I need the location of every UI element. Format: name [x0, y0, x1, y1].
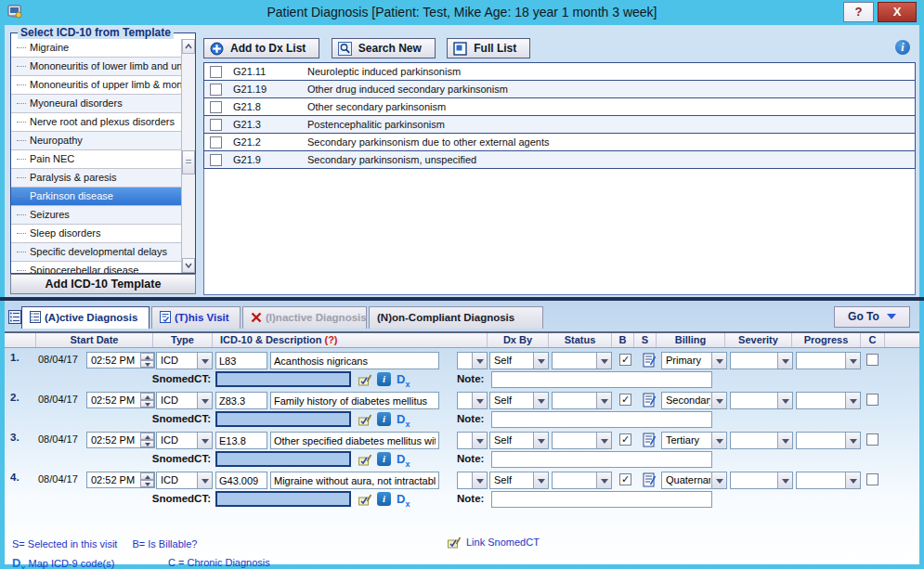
status-dropdown[interactable] — [552, 352, 612, 369]
type-dropdown[interactable]: ICD — [156, 352, 213, 369]
help-button[interactable]: ? — [843, 2, 874, 22]
spin-up-icon[interactable] — [140, 353, 154, 360]
time-field[interactable]: 02:52 PM — [86, 432, 155, 448]
note-input[interactable] — [491, 451, 712, 468]
snomed-input[interactable] — [215, 411, 351, 427]
progress-dropdown[interactable] — [796, 472, 861, 489]
result-checkbox[interactable] — [210, 119, 222, 131]
note-input[interactable] — [491, 411, 712, 428]
selected-visit-icon[interactable] — [643, 353, 657, 371]
icd-result-row[interactable]: G21.9Secondary parkinsonism, unspecified — [203, 150, 916, 169]
spin-down-icon[interactable] — [140, 480, 154, 487]
dropdown-arrow-icon[interactable] — [777, 393, 792, 408]
time-field[interactable]: 02:52 PM — [86, 472, 155, 488]
dx-map-icon[interactable]: Dx — [397, 492, 410, 509]
scroll-down-icon[interactable] — [182, 258, 195, 273]
tab-inactive-diagnosis[interactable]: (I)nactive Diagnosis — [242, 306, 367, 329]
dx-map-icon[interactable]: Dx — [397, 452, 410, 469]
dropdown-arrow-icon[interactable] — [596, 433, 611, 448]
billing-dropdown[interactable]: Tertiary — [661, 432, 727, 449]
progress-dropdown[interactable] — [796, 392, 861, 409]
icd-result-row[interactable]: G21.19Other drug induced secondary parki… — [203, 80, 916, 98]
billable-checkbox[interactable]: ✓ — [619, 394, 631, 406]
tab-this-visit[interactable]: (T)his Visit — [151, 306, 241, 329]
close-button[interactable]: X — [878, 2, 917, 22]
icd-result-row[interactable]: G21.11Neuroleptic induced parkinsonism — [203, 62, 916, 81]
template-item[interactable]: Specific developmental delays — [11, 243, 181, 262]
link-snomed-icon[interactable] — [358, 493, 372, 510]
time-field[interactable]: 02:52 PM — [86, 392, 155, 408]
dx-by-dropdown[interactable]: Self — [489, 352, 549, 369]
note-input[interactable] — [491, 491, 712, 508]
billing-dropdown[interactable]: Secondary — [661, 392, 727, 409]
severity-dropdown[interactable] — [730, 472, 793, 489]
dropdown-arrow-icon[interactable] — [845, 353, 860, 369]
goto-button[interactable]: Go To — [834, 306, 910, 328]
dropdown-arrow-icon[interactable] — [197, 353, 212, 369]
link-snomed-icon[interactable] — [358, 373, 372, 390]
result-checkbox[interactable] — [210, 136, 222, 149]
icd-code-input[interactable] — [215, 432, 267, 449]
time-spinner[interactable] — [140, 433, 154, 447]
dropdown-arrow-icon[interactable] — [711, 472, 726, 488]
template-scrollbar[interactable] — [181, 39, 195, 273]
description-dropdown[interactable] — [457, 392, 488, 409]
type-dropdown[interactable]: ICD — [156, 392, 213, 409]
icd-description-input[interactable] — [270, 432, 439, 449]
template-item[interactable]: Neuropathy — [11, 132, 181, 150]
spin-up-icon[interactable] — [140, 472, 154, 480]
snomed-info-icon[interactable]: i — [377, 412, 391, 426]
dx-map-icon[interactable]: Dx — [397, 412, 410, 429]
template-item[interactable]: Mononeuritis of upper limb & monc — [11, 76, 181, 95]
icd-result-row[interactable]: G21.3Postencephalitic parkinsonism — [203, 115, 916, 134]
dropdown-arrow-icon[interactable] — [711, 393, 726, 408]
chronic-checkbox[interactable] — [866, 433, 878, 446]
dropdown-arrow-icon[interactable] — [777, 472, 792, 488]
template-item[interactable]: Nerve root and plexus disorders — [11, 113, 181, 132]
selected-visit-icon[interactable] — [643, 433, 657, 451]
chronic-checkbox[interactable] — [866, 394, 878, 406]
scroll-up-icon[interactable] — [182, 39, 195, 54]
snomed-info-icon[interactable]: i — [377, 372, 391, 386]
status-dropdown[interactable] — [552, 392, 612, 409]
dropdown-arrow-icon[interactable] — [596, 353, 611, 369]
template-item-selected[interactable]: Parkinson disease — [11, 188, 181, 206]
dropdown-arrow-icon[interactable] — [472, 353, 487, 369]
severity-dropdown[interactable] — [730, 392, 793, 409]
severity-dropdown[interactable] — [730, 352, 793, 369]
status-dropdown[interactable] — [552, 472, 612, 489]
dx-by-dropdown[interactable]: Self — [489, 472, 549, 489]
billable-checkbox[interactable]: ✓ — [619, 354, 631, 366]
icd-description-input[interactable] — [270, 352, 439, 369]
dropdown-arrow-icon[interactable] — [596, 472, 611, 488]
billing-dropdown[interactable]: Primary — [661, 352, 727, 369]
selected-visit-icon[interactable] — [643, 393, 657, 411]
spin-up-icon[interactable] — [140, 393, 154, 400]
template-item[interactable]: Mononeuritis of lower limb and uns — [11, 58, 181, 76]
icd-description-input[interactable] — [270, 392, 439, 409]
billable-checkbox[interactable]: ✓ — [619, 473, 631, 485]
icd-description-input[interactable] — [270, 472, 439, 489]
dx-by-dropdown[interactable]: Self — [489, 432, 549, 449]
result-checkbox[interactable] — [210, 66, 222, 78]
header-help-link[interactable]: (?) — [324, 334, 337, 345]
icd-code-input[interactable] — [215, 392, 267, 409]
info-icon[interactable]: i — [895, 40, 910, 55]
template-item[interactable]: Seizures — [11, 206, 181, 225]
template-item[interactable]: Pain NEC — [11, 150, 181, 169]
template-item[interactable]: Myoneural disorders — [11, 95, 181, 113]
scrollbar-thumb[interactable] — [182, 150, 195, 175]
time-field[interactable]: 02:52 PM — [86, 352, 155, 369]
dropdown-arrow-icon[interactable] — [533, 393, 548, 408]
status-dropdown[interactable] — [552, 432, 612, 449]
billing-dropdown[interactable]: Quaternary — [661, 472, 727, 489]
spin-down-icon[interactable] — [140, 360, 154, 368]
dropdown-arrow-icon[interactable] — [596, 393, 611, 408]
full-list-button[interactable]: Full List — [447, 38, 530, 58]
snomed-info-icon[interactable]: i — [377, 452, 391, 466]
time-spinner[interactable] — [140, 472, 154, 487]
type-dropdown[interactable]: ICD — [156, 432, 213, 449]
template-item[interactable]: Spinocerebellar disease — [11, 262, 181, 273]
chronic-checkbox[interactable] — [866, 473, 878, 485]
search-new-button[interactable]: Search New — [332, 38, 436, 58]
